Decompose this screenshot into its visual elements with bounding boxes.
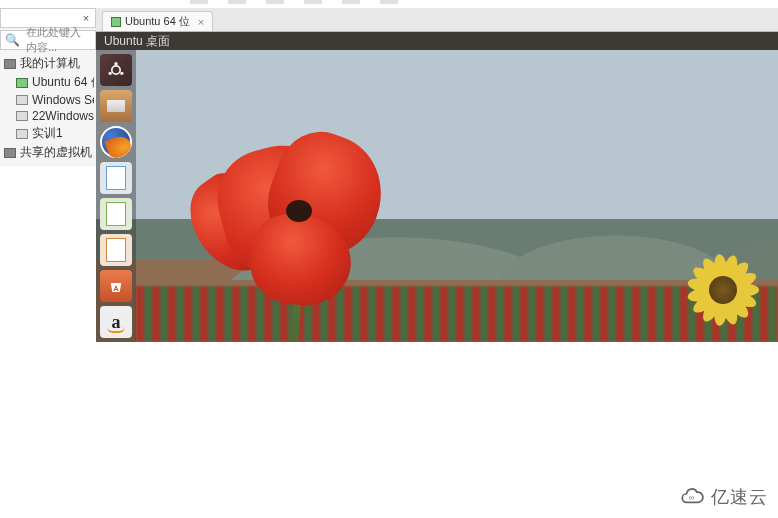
search-icon: 🔍 xyxy=(5,33,20,47)
calc-icon[interactable] xyxy=(100,198,132,230)
watermark: ∞ 亿速云 xyxy=(679,484,768,510)
tab-close-button[interactable]: × xyxy=(198,16,204,28)
ubuntu-logo-icon xyxy=(106,60,126,80)
firefox-icon[interactable] xyxy=(100,126,132,158)
svg-text:A: A xyxy=(113,284,119,293)
svg-point-0 xyxy=(112,66,120,74)
vm-item-label: 实训1 xyxy=(32,125,63,142)
sidebar-close-button[interactable]: × xyxy=(79,13,95,24)
vm-tree: 我的计算机 Ubuntu 64 位 Windows Serv 22Windows… xyxy=(0,50,96,166)
vm-menubar[interactable]: Ubuntu 桌面 xyxy=(96,32,778,50)
wallpaper-poppy xyxy=(191,105,401,342)
wallpaper-yellow-flower xyxy=(678,245,768,335)
tree-shared-label: 共享的虚拟机 xyxy=(20,144,92,161)
main-area: Ubuntu 64 位 × Ubuntu 桌面 xyxy=(96,8,778,342)
search-input[interactable]: 在此处键入内容... xyxy=(22,23,91,57)
impress-icon[interactable] xyxy=(100,234,132,266)
tab-ubuntu[interactable]: Ubuntu 64 位 × xyxy=(102,11,213,31)
amazon-icon[interactable]: a xyxy=(100,306,132,338)
svg-point-3 xyxy=(120,72,123,75)
bag-a-icon: A xyxy=(107,277,125,295)
vm-item-22windows[interactable]: 22Windows Se xyxy=(2,108,94,124)
unity-launcher: A a xyxy=(96,50,136,342)
vm-tabbar: Ubuntu 64 位 × xyxy=(96,8,778,32)
vm-off-icon xyxy=(16,94,28,106)
vm-item-label: Ubuntu 64 位 xyxy=(32,74,94,91)
vm-title: Ubuntu 桌面 xyxy=(104,33,170,50)
monitor-icon xyxy=(4,147,16,159)
amazon-smile-icon xyxy=(107,327,125,333)
vm-off-icon xyxy=(16,110,28,122)
dash-icon[interactable] xyxy=(100,54,132,86)
vm-off-icon xyxy=(16,128,28,140)
vm-running-icon xyxy=(111,17,121,27)
page-blank-area xyxy=(0,342,778,518)
svg-point-2 xyxy=(109,72,112,75)
sidebar-search[interactable]: 🔍 在此处键入内容... xyxy=(0,30,96,50)
cloud-icon: ∞ xyxy=(679,484,705,510)
writer-icon[interactable] xyxy=(100,162,132,194)
files-icon[interactable] xyxy=(100,90,132,122)
svg-point-1 xyxy=(114,62,117,65)
vm-item-windows-serv[interactable]: Windows Serv xyxy=(2,92,94,108)
tab-label: Ubuntu 64 位 xyxy=(125,14,190,29)
vm-desktop[interactable]: A a xyxy=(96,50,778,342)
tree-root-shared[interactable]: 共享的虚拟机 xyxy=(2,143,94,162)
software-center-icon[interactable]: A xyxy=(100,270,132,302)
vm-item-shixun1[interactable]: 实训1 xyxy=(2,124,94,143)
tree-root-label: 我的计算机 xyxy=(20,55,80,72)
vm-running-icon xyxy=(16,77,28,89)
vm-item-label: 22Windows Se xyxy=(32,109,94,123)
watermark-text: 亿速云 xyxy=(711,485,768,509)
vm-library-sidebar: × 🔍 在此处键入内容... 我的计算机 Ubuntu 64 位 Windows… xyxy=(0,8,96,166)
monitor-icon xyxy=(4,58,16,70)
vm-item-label: Windows Serv xyxy=(32,93,94,107)
cropped-toolbar xyxy=(190,0,398,6)
svg-text:∞: ∞ xyxy=(689,493,696,502)
vm-item-ubuntu[interactable]: Ubuntu 64 位 xyxy=(2,73,94,92)
